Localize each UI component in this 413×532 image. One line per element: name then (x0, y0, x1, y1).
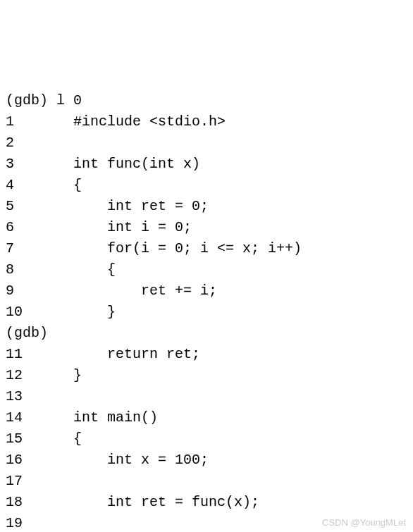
terminal-line: 15{ (6, 428, 407, 450)
terminal-line: 7 for(i = 0; i <= x; i++) (6, 238, 407, 259)
line-number: 4 (6, 175, 73, 196)
terminal-line: 17 (6, 471, 407, 492)
terminal-line: 1#include <stdio.h> (6, 111, 407, 132)
line-number: 11 (6, 344, 73, 365)
line-number: 17 (6, 471, 73, 492)
gdb-command: l 0 (56, 90, 82, 111)
terminal-line: (gdb) l 0 (6, 90, 407, 111)
source-code: { (73, 428, 82, 450)
line-number: 6 (6, 217, 73, 238)
terminal-line: 2 (6, 132, 407, 154)
source-code: int main() (73, 407, 158, 428)
source-code: int ret = func(x); (73, 492, 259, 513)
source-code: for(i = 0; i <= x; i++) (73, 238, 302, 259)
terminal-line: 6 int i = 0; (6, 217, 407, 238)
terminal-line: 14int main() (6, 407, 407, 428)
line-number: 12 (6, 365, 73, 386)
terminal-line: 8 { (6, 259, 407, 280)
line-number: 14 (6, 407, 73, 428)
line-number: 9 (6, 280, 73, 302)
source-code: int x = 100; (73, 450, 209, 471)
line-number: 19 (6, 513, 73, 532)
terminal-line: 18 int ret = func(x); (6, 492, 407, 513)
line-number: 8 (6, 259, 73, 280)
line-number: 7 (6, 238, 73, 259)
terminal-line: (gdb) (6, 323, 407, 344)
terminal-output: (gdb) l 01#include <stdio.h>23int func(i… (6, 90, 407, 532)
terminal-line: 3int func(int x) (6, 154, 407, 175)
terminal-line: 16 int x = 100; (6, 450, 407, 471)
line-number: 15 (6, 428, 73, 450)
source-code: int i = 0; (73, 217, 192, 238)
terminal-line: 5 int ret = 0; (6, 196, 407, 217)
terminal-line: 12} (6, 365, 407, 386)
line-number: 16 (6, 450, 73, 471)
terminal-line: 10 } (6, 302, 407, 323)
terminal-line: 13 (6, 386, 407, 407)
source-code: #include <stdio.h> (73, 111, 226, 132)
line-number: 1 (6, 111, 73, 132)
line-number: 18 (6, 492, 73, 513)
source-code: } (73, 365, 82, 386)
line-number: 10 (6, 302, 73, 323)
line-number: 13 (6, 386, 73, 407)
source-code: { (73, 259, 116, 280)
source-code: int ret = 0; (73, 196, 209, 217)
source-code: int func(int x) (73, 154, 200, 175)
gdb-prompt: (gdb) (6, 90, 56, 111)
source-code: } (73, 302, 116, 323)
gdb-prompt: (gdb) (6, 323, 56, 344)
line-number: 5 (6, 196, 73, 217)
line-number: 2 (6, 132, 73, 154)
source-code: return ret; (73, 344, 200, 365)
terminal-line: 9 ret += i; (6, 280, 407, 302)
line-number: 3 (6, 154, 73, 175)
source-code: { (73, 175, 82, 196)
watermark: CSDN @YoungMLet (322, 516, 406, 530)
terminal-line: 11 return ret; (6, 344, 407, 365)
source-code: ret += i; (73, 280, 217, 302)
terminal-line: 4{ (6, 175, 407, 196)
